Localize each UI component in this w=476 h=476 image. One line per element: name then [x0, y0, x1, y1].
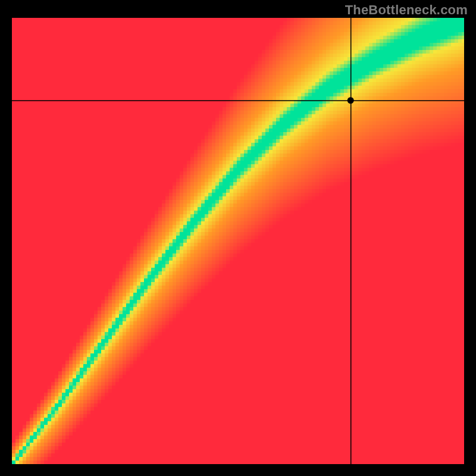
watermark-label: TheBottleneck.com	[345, 2, 468, 18]
bottleneck-heatmap	[12, 18, 464, 464]
